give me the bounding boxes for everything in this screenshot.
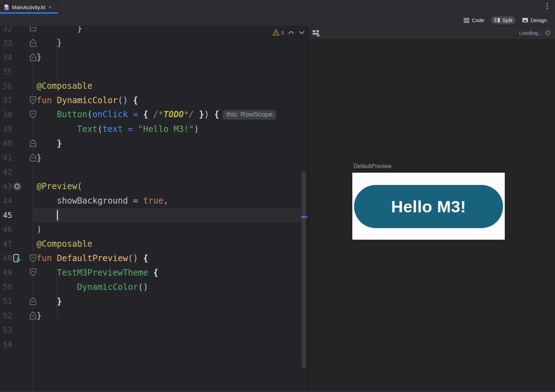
code-line-51[interactable]: 51 } <box>0 294 308 308</box>
preview-name-label[interactable]: DefaultPreview <box>354 163 392 170</box>
code-line-48[interactable]: 48fun DefaultPreview() { <box>0 251 308 266</box>
code-text: showBackground = true, <box>37 196 169 206</box>
code-line-42[interactable]: 42 <box>0 165 308 179</box>
line-number: 47 <box>3 240 24 248</box>
fold-end-icon[interactable] <box>30 53 37 61</box>
line-number: 41 <box>3 153 24 162</box>
code-line-38[interactable]: 38 Button(onClick = { /*TODO*/ }) {this:… <box>0 107 308 122</box>
warning-icon <box>273 29 279 35</box>
prev-warning-icon[interactable] <box>288 31 294 34</box>
mode-split-button[interactable]: Split <box>491 16 516 24</box>
code-line-54[interactable]: 54 <box>0 337 308 352</box>
code-line-40[interactable]: 40 } <box>0 136 308 151</box>
line-number: 34 <box>3 53 24 62</box>
code-line-43[interactable]: 43@Preview( <box>0 179 308 194</box>
rendered-button: Hello M3! <box>354 185 503 228</box>
tab-close-icon[interactable]: × <box>48 4 52 10</box>
line-number: 40 <box>3 139 24 148</box>
code-text: @Preview( <box>37 181 82 191</box>
mode-design-label: Design <box>530 17 547 23</box>
code-line-49[interactable]: 49 TestM3PreviewTheme { <box>0 265 308 280</box>
line-number: 51 <box>3 297 24 306</box>
run-preview-icon[interactable] <box>13 254 22 263</box>
loading-spinner-icon <box>545 30 551 36</box>
code-line-35[interactable]: 35 <box>0 65 308 79</box>
code-line-47[interactable]: 47@Composable <box>0 237 308 251</box>
mode-design-button[interactable]: Design <box>519 16 550 24</box>
view-mode-bar: Code Split Design <box>0 14 555 26</box>
code-text: DynamicColor() <box>37 282 148 292</box>
line-number: 33 <box>3 39 24 47</box>
code-text: } <box>37 139 62 148</box>
code-text: fun DynamicColor() { <box>37 95 138 105</box>
fold-start-icon[interactable] <box>30 268 37 276</box>
caret-stripe-marker <box>301 216 307 218</box>
code-text: ) <box>37 225 41 234</box>
code-text: @Composable <box>37 239 92 249</box>
loading-label: Loading... <box>519 30 542 36</box>
line-number: 54 <box>3 340 24 349</box>
line-number: 49 <box>3 268 24 277</box>
layout-mode-icon[interactable] <box>313 29 320 36</box>
code-line-45[interactable]: 45 <box>0 208 308 222</box>
code-editor[interactable]: 32 }33 }34}3536@Composable37fun DynamicC… <box>0 26 308 392</box>
code-line-52[interactable]: 52} <box>0 308 308 323</box>
fold-start-icon[interactable] <box>30 97 37 104</box>
code-text <box>37 210 58 220</box>
preview-render-surface[interactable]: Hello M3! <box>352 173 505 240</box>
line-number: 52 <box>3 311 24 320</box>
code-line-50[interactable]: 50 DynamicColor() <box>0 280 308 294</box>
line-number: 46 <box>3 225 24 234</box>
code-line-39[interactable]: 39 Text(text = "Hello M3!") <box>0 122 308 136</box>
code-line-34[interactable]: 34} <box>0 50 308 65</box>
code-text: } <box>37 26 82 33</box>
rendered-button-text: Hello M3! <box>391 197 466 216</box>
line-number: 50 <box>3 283 24 291</box>
code-icon <box>464 18 469 23</box>
kotlin-file-icon <box>4 4 9 10</box>
code-text: Text(text = "Hello M3!") <box>37 124 199 134</box>
line-number: 39 <box>3 125 24 133</box>
next-warning-icon[interactable] <box>299 31 305 34</box>
code-text: } <box>37 297 62 306</box>
editor-tab-bar: MainActivity.kt × <box>0 0 555 14</box>
fold-square-icon[interactable] <box>30 26 37 32</box>
fold-end-icon[interactable] <box>30 39 37 47</box>
fold-end-icon[interactable] <box>30 297 37 305</box>
active-tab-indicator <box>0 12 58 14</box>
code-line-37[interactable]: 37fun DynamicColor() { <box>0 93 308 108</box>
loading-status: Loading... <box>519 30 551 36</box>
fold-end-icon[interactable] <box>30 312 37 319</box>
tab-mainactivity[interactable]: MainActivity.kt × <box>0 0 58 14</box>
code-line-44[interactable]: 44 showBackground = true, <box>0 194 308 208</box>
fold-start-icon[interactable] <box>30 254 37 262</box>
kebab-icon[interactable] <box>547 3 548 9</box>
code-text: } <box>37 153 41 163</box>
fold-end-icon[interactable] <box>30 139 37 147</box>
code-text: Button(onClick = { /*TODO*/ }) {this: Ro… <box>37 109 276 120</box>
split-icon <box>494 18 500 22</box>
fold-start-icon[interactable] <box>30 111 37 118</box>
code-line-41[interactable]: 41} <box>0 151 308 165</box>
code-text: } <box>37 311 41 321</box>
inspections-widget[interactable]: 3 <box>273 29 305 35</box>
code-text: fun DefaultPreview() { <box>37 253 148 263</box>
gear-icon[interactable] <box>13 182 22 191</box>
editor-scrollbar[interactable] <box>302 171 306 368</box>
code-text: TestM3PreviewTheme { <box>37 268 158 278</box>
line-number: 38 <box>3 110 24 119</box>
code-line-53[interactable]: 53 <box>0 323 308 337</box>
code-line-46[interactable]: 46) <box>0 222 308 237</box>
line-number: 42 <box>3 168 24 177</box>
fold-end-icon[interactable] <box>30 154 37 161</box>
preview-toolbar: Loading... <box>308 26 555 40</box>
code-line-32[interactable]: 32 } <box>0 26 308 36</box>
code-line-36[interactable]: 36@Composable <box>0 79 308 93</box>
line-number: 35 <box>3 67 24 76</box>
code-lines: 32 }33 }34}3536@Composable37fun DynamicC… <box>0 26 308 352</box>
line-number: 32 <box>3 26 24 33</box>
line-number: 44 <box>3 197 24 205</box>
mode-code-button[interactable]: Code <box>461 16 488 24</box>
code-line-33[interactable]: 33 } <box>0 36 308 50</box>
ide-window: MainActivity.kt × Code Split Design 32 }… <box>0 0 555 392</box>
